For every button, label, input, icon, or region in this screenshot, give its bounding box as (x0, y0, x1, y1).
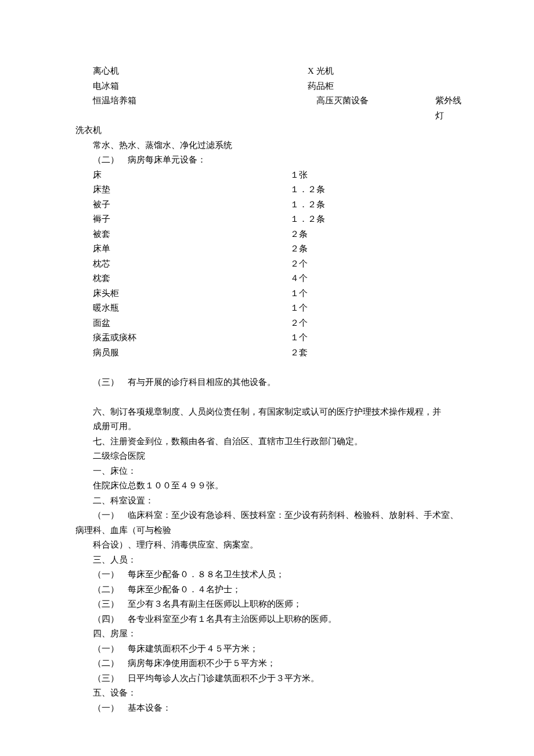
t3-line-4: （四） 各专业科室至少有１名具有主治医师以上职称的医师。 (75, 612, 464, 627)
item-qty: １．２条 (290, 197, 325, 213)
item-qty: １个 (290, 330, 308, 345)
item-name: 病员服 (93, 345, 290, 361)
t4-head: 四、房屋： (75, 627, 464, 642)
item-name: 褥子 (93, 212, 290, 227)
bed-item-row: 床１张 (75, 168, 464, 183)
item-qty: ４个 (290, 271, 308, 286)
bed-item-row: 面盆２个 (75, 316, 464, 331)
item-name: 床 (93, 168, 290, 183)
section-3: （三） 有与开展的诊疗科目相应的其他设备。 (75, 375, 464, 390)
item-name: 面盆 (93, 316, 290, 331)
t3-line-3: （三） 至少有３名具有副主任医师以上职称的医师； (75, 597, 464, 612)
t5-line-1: （一） 基本设备： (75, 701, 464, 716)
heading-level2-hospital: 二级综合医院 (75, 449, 464, 464)
eq-row: 电冰箱 药品柜 (75, 79, 464, 94)
blank-line (75, 390, 464, 405)
bed-item-row: 枕套４个 (75, 271, 464, 286)
t3-line-1: （一） 每床至少配备０．８８名卫生技术人员； (75, 567, 464, 582)
blank-line (75, 360, 464, 375)
item-qty: ２条 (290, 227, 308, 242)
bed-item-row: 床单２条 (75, 242, 464, 257)
item-name: 被子 (93, 197, 290, 213)
t4-line-2: （二） 病房每床净使用面积不少于５平方米； (75, 656, 464, 671)
t5-head: 五、设备： (75, 686, 464, 701)
cell: 高压灭菌设备 (308, 93, 435, 123)
cell: 药品柜 (308, 79, 435, 94)
bed-item-row: 痰盂或痰杯１个 (75, 330, 464, 345)
bed-item-row: 床头柜１个 (75, 286, 464, 301)
cell: 电冰箱 (93, 79, 308, 94)
eq-tail-2: 常水、热水、蒸馏水、净化过滤系统 (75, 138, 464, 153)
t1-line: 住院床位总数１００至４９９张。 (75, 478, 464, 494)
t4-line-3: （三） 日平均每诊人次占门诊建筑面积不少于３平方米。 (75, 671, 464, 686)
item-qty: ２套 (290, 345, 308, 361)
t2-head: 二、科室设置： (75, 494, 464, 509)
item-name: 痰盂或痰杯 (93, 330, 290, 345)
item-name: 床头柜 (93, 286, 290, 301)
cell: 离心机 (93, 64, 308, 79)
bed-item-row: 病员服２套 (75, 345, 464, 361)
bed-item-row: 褥子１．２条 (75, 212, 464, 227)
eq-row: 恒温培养箱 高压灭菌设备 紫外线灯 (75, 93, 464, 123)
cell: 恒温培养箱 (93, 93, 308, 123)
cell: 紫外线灯 (435, 93, 464, 123)
item-name: 暖水瓶 (93, 301, 290, 316)
para-6: 六、制订各项规章制度、人员岗位责任制，有国家制定或认可的医疗护理技术操作规程，并 (75, 405, 464, 420)
item-qty: １个 (290, 286, 308, 301)
t3-head: 三、人员： (75, 553, 464, 568)
bed-item-row: 被子１．２条 (75, 197, 464, 213)
t1-head: 一、床位： (75, 464, 464, 479)
item-qty: ２个 (290, 257, 308, 272)
item-qty: ２个 (290, 316, 308, 331)
item-qty: １．２条 (290, 182, 325, 197)
eq-row: 离心机 X 光机 (75, 64, 464, 79)
item-qty: ２条 (290, 242, 308, 257)
para-7: 七、注册资金到位，数额由各省、自治区、直辖市卫生行政部门确定。 (75, 434, 464, 449)
item-qty: １．２条 (290, 212, 325, 227)
section-2-title: （二） 病房每床单元设备： (75, 153, 464, 168)
bed-item-row: 床垫１．２条 (75, 182, 464, 197)
bed-item-row: 枕芯２个 (75, 257, 464, 272)
item-name: 被套 (93, 227, 290, 242)
t2-line-2: 科合设）、理疗科、消毒供应室、病案室。 (75, 538, 464, 553)
item-name: 床垫 (93, 182, 290, 197)
document-body: 离心机 X 光机 电冰箱 药品柜 恒温培养箱 高压灭菌设备 紫外线灯 洗衣机 常… (75, 64, 464, 715)
item-qty: １个 (290, 301, 308, 316)
bed-item-row: 暖水瓶１个 (75, 301, 464, 316)
cell: X 光机 (308, 64, 435, 79)
t2-line-1: （一） 临床科室：至少设有急诊科、医技科室：至少设有药剂科、检验科、放射科、手术… (75, 508, 464, 538)
bed-item-row: 被套２条 (75, 227, 464, 242)
t3-line-2: （二） 每床至少配备０．４名护士； (75, 582, 464, 597)
t4-line-1: （一） 每床建筑面积不少于４５平方米； (75, 642, 464, 657)
para-6-cont: 成册可用。 (75, 419, 464, 434)
item-name: 床单 (93, 242, 290, 257)
eq-tail-1: 洗衣机 (75, 123, 464, 138)
item-name: 枕芯 (93, 257, 290, 272)
item-name: 枕套 (93, 271, 290, 286)
item-qty: １张 (290, 168, 308, 183)
